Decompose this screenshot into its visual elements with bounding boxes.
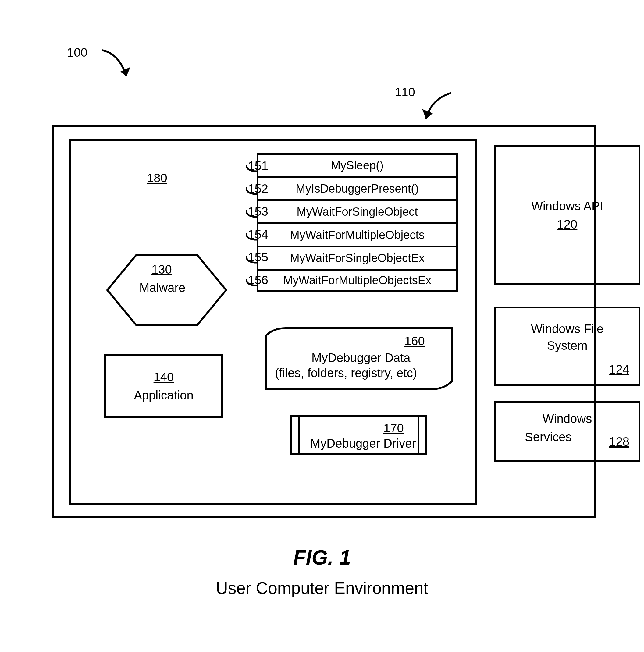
func-mywaitformultipleobjectsex: MyWaitForMultipleObjectsEx (257, 269, 458, 292)
leader-154 (246, 233, 257, 242)
malware-label: Malware (139, 281, 185, 295)
func-myisdebuggerpresent: MyIsDebuggerPresent() (257, 176, 458, 199)
driver-right-bar (418, 417, 420, 453)
windows-api-box: Windows API 120 (494, 145, 640, 285)
mydebugger-data-line2: (files, folders, registry, etc) (275, 366, 417, 380)
application-box: 140 Application (104, 354, 223, 418)
leader-153 (246, 210, 257, 219)
ref-124: 124 (609, 362, 629, 376)
func-mywaitforsingleobjectex: MyWaitForSingleObjectEx (257, 246, 458, 269)
application-label: Application (134, 388, 193, 402)
ref-100: 100 (67, 46, 87, 59)
function-list: MySleep() MyIsDebuggerPresent() MyWaitFo… (257, 153, 458, 292)
ref-170: 170 (383, 422, 404, 435)
windows-services-line1: Windows (496, 412, 639, 426)
windows-fs-line1: Windows File (496, 322, 639, 336)
leader-151 (246, 165, 257, 174)
svg-marker-1 (422, 109, 433, 119)
ref-140: 140 (154, 370, 174, 384)
mydebugger-data-line1: MyDebugger Data (312, 351, 410, 365)
ref-130: 130 (152, 263, 172, 276)
func-mysleep: MySleep() (257, 153, 458, 176)
arrow-110-curve (421, 91, 460, 128)
driver-left-bar (298, 417, 300, 453)
arrow-100-curve (101, 49, 134, 88)
func-mywaitforsingleobject: MyWaitForSingleObject (257, 199, 458, 222)
leader-156 (246, 279, 257, 288)
windows-services-box: Windows Services 128 (494, 401, 640, 462)
windows-api-label: Windows API (531, 199, 603, 213)
leader-155 (246, 256, 257, 265)
figure-title: FIG. 1 (0, 545, 644, 569)
windows-fs-line2: System (496, 339, 639, 353)
func-mywaitformultipleobjects: MyWaitForMultipleObjects (257, 222, 458, 246)
ref-110: 110 (395, 85, 415, 99)
ref-180: 180 (147, 171, 167, 185)
mydebugger-driver-label: MyDebugger Driver (310, 437, 416, 450)
figure-caption: FIG. 1 User Computer Environment (0, 545, 644, 598)
ref-160: 160 (404, 334, 425, 348)
outer-container-110: 180 MySleep() MyIsDebuggerPresent() MyWa… (52, 125, 596, 518)
windows-file-system-box: Windows File System 124 (494, 306, 640, 386)
ref-128: 128 (609, 435, 629, 449)
inner-container-180: 180 MySleep() MyIsDebuggerPresent() MyWa… (69, 139, 477, 505)
ref-120: 120 (557, 218, 578, 231)
figure-subtitle: User Computer Environment (0, 578, 644, 598)
mydebugger-driver-box: 170 MyDebugger Driver (290, 415, 427, 455)
svg-marker-0 (120, 67, 130, 76)
leader-152 (246, 187, 257, 196)
windows-services-line2: Services (525, 430, 571, 444)
